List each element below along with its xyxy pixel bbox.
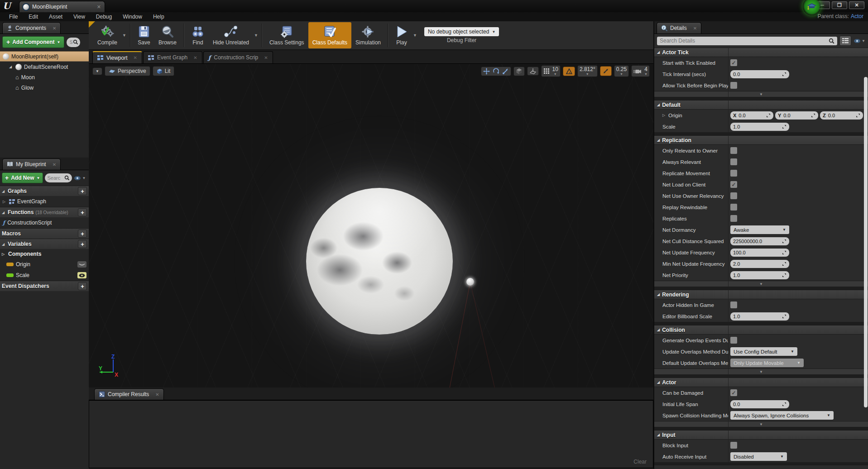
surface-snap-button[interactable] [527, 67, 539, 76]
dropdown[interactable]: Use Config Default▼ [730, 347, 797, 356]
checkbox[interactable] [730, 158, 737, 165]
tab-components[interactable]: Components ✕ [2, 22, 61, 34]
checkbox-checked[interactable]: ✓ [730, 389, 737, 396]
checkbox[interactable] [730, 82, 737, 89]
my-blueprint-search-input[interactable] [47, 175, 63, 181]
checkbox[interactable] [730, 204, 737, 211]
section-expander[interactable]: ▼ [654, 421, 868, 427]
expand-arrow-icon[interactable]: ◢ [2, 211, 6, 215]
blueprint-section-header[interactable]: Macros+ [0, 228, 89, 239]
debug-object-dropdown[interactable]: No debug object selected ▼ [424, 27, 499, 36]
viewport-options-button[interactable]: ▼ [92, 67, 102, 75]
expand-arrow-icon[interactable]: ▷ [2, 252, 6, 256]
checkbox[interactable] [730, 442, 737, 449]
expand-arrow-icon[interactable]: ◢ [2, 242, 6, 246]
section-header[interactable]: ◢Rendering [654, 290, 868, 299]
close-button[interactable]: ✕ [849, 1, 864, 9]
details-search-box[interactable] [657, 37, 837, 45]
blueprint-subsection[interactable]: ▷Components [0, 249, 89, 259]
blueprint-variable[interactable]: Origin [0, 259, 89, 270]
parent-class-value[interactable]: Actor [851, 13, 863, 19]
play-button[interactable]: Play [391, 22, 412, 48]
add-button[interactable]: + [78, 230, 87, 238]
asset-tab[interactable]: MoonBlueprint ✕ [19, 1, 105, 12]
lit-button[interactable]: Lit [153, 66, 175, 76]
section-header[interactable]: ◢Collision [654, 325, 868, 335]
number-field[interactable]: 0.0 [730, 70, 789, 78]
expand-arrow-icon[interactable]: ◢ [9, 65, 13, 69]
component-tree-item[interactable]: ⌂Glow [0, 82, 89, 93]
vector-field-x[interactable]: X0.0 [730, 111, 773, 120]
hide-unrelated-button[interactable]: Hide Unrelated [209, 22, 253, 48]
grid-snap-group[interactable]: 10▼ [541, 65, 561, 77]
camera-speed-value[interactable]: 4▼ [644, 67, 647, 76]
close-icon[interactable]: ✕ [53, 26, 56, 31]
perspective-button[interactable]: Perspective [105, 66, 150, 76]
display-options-button[interactable] [839, 36, 851, 46]
section-expander[interactable]: ▼ [654, 91, 868, 97]
class-defaults-button[interactable]: Class Defaults [308, 22, 351, 48]
grid-snap-value[interactable]: 10▼ [552, 67, 558, 76]
find-button[interactable]: Find [187, 22, 209, 48]
blueprint-item[interactable]: ▷EventGraph [0, 196, 89, 207]
clear-button[interactable]: Clear [633, 459, 647, 465]
add-new-button[interactable]: + Add New ▼ [2, 172, 43, 183]
expand-arrow-icon[interactable]: ▷ [3, 200, 7, 204]
menu-item-edit[interactable]: Edit [23, 13, 43, 21]
checkbox[interactable] [730, 192, 737, 199]
chevron-down-icon[interactable]: ▼ [122, 33, 126, 38]
add-button[interactable]: + [78, 240, 87, 248]
section-header[interactable]: ◢Replication [654, 135, 868, 145]
details-visibility-button[interactable]: ▼ [854, 38, 865, 43]
number-field[interactable]: 100.0 [730, 249, 789, 257]
scale-snap-value[interactable]: 0.25▼ [616, 67, 627, 76]
blueprint-section-header[interactable]: ◢Graphs+ [0, 186, 89, 196]
tab-construction-scrip[interactable]: ƒConstruction Scrip✕ [203, 51, 273, 63]
blueprint-section-header[interactable]: Event Dispatchers+ [0, 281, 89, 291]
checkbox-checked[interactable]: ✓ [730, 181, 737, 188]
tab-my-blueprint[interactable]: My Blueprint ✕ [2, 158, 61, 170]
close-icon[interactable]: ✕ [693, 26, 697, 31]
section-expander[interactable]: ▼ [654, 368, 868, 374]
component-tree-item[interactable]: ◢DefaultSceneRoot [0, 62, 89, 72]
component-tree-item[interactable]: ⌂Moon [0, 72, 89, 82]
blueprint-section-header[interactable]: ◢Functions(18 Overridable)+ [0, 207, 89, 217]
rotate-tool-icon[interactable] [493, 68, 499, 75]
add-component-button[interactable]: + Add Component ▼ [2, 36, 64, 48]
angle-snap-value[interactable]: 2.812°▼ [580, 67, 595, 76]
number-field[interactable]: 1.0 [730, 312, 789, 321]
angle-snap-value-group[interactable]: 2.812°▼ [577, 65, 598, 77]
my-blueprint-search-box[interactable] [45, 173, 72, 182]
menu-item-file[interactable]: File [4, 13, 23, 21]
blueprint-section-header[interactable]: ◢Variables+ [0, 239, 89, 249]
tab-viewport[interactable]: Viewport✕ [92, 51, 142, 63]
checkbox[interactable] [730, 337, 737, 344]
section-header[interactable]: ◢Default [654, 100, 868, 110]
close-icon[interactable]: ✕ [133, 55, 137, 60]
eye-closed-icon[interactable] [77, 261, 86, 268]
menu-item-asset[interactable]: Asset [43, 13, 68, 21]
expand-arrow-icon[interactable]: ▷ [662, 113, 667, 117]
component-tree-item[interactable]: MoonBlueprint(self) [0, 51, 89, 62]
checkbox[interactable] [730, 147, 737, 154]
vector-field-z[interactable]: Z0.0 [820, 111, 863, 120]
close-icon[interactable]: ✕ [97, 4, 101, 10]
section-header[interactable]: ◢Input [654, 430, 868, 440]
number-field[interactable]: 1.0 [730, 271, 789, 279]
section-expander[interactable]: ▼ [654, 281, 868, 287]
save-button[interactable]: Save [134, 22, 154, 48]
world-local-toggle[interactable] [513, 67, 525, 76]
scale-snap-value-group[interactable]: 0.25▼ [614, 65, 629, 77]
blueprint-item[interactable]: ƒConstructionScript [0, 217, 89, 228]
close-icon[interactable]: ✕ [264, 55, 268, 60]
checkbox-checked[interactable]: ✓ [730, 59, 737, 66]
checkbox[interactable] [730, 302, 737, 308]
close-icon[interactable]: ✕ [193, 55, 197, 60]
menu-item-window[interactable]: Window [117, 13, 148, 21]
add-button[interactable]: + [78, 282, 87, 290]
simulation-button[interactable]: Simulation [351, 22, 385, 48]
camera-speed-group[interactable]: 4▼ [631, 65, 650, 77]
expand-arrow-icon[interactable]: ◢ [2, 189, 6, 193]
number-field[interactable]: 225000000.0 [730, 237, 789, 245]
menu-item-view[interactable]: View [68, 13, 91, 21]
